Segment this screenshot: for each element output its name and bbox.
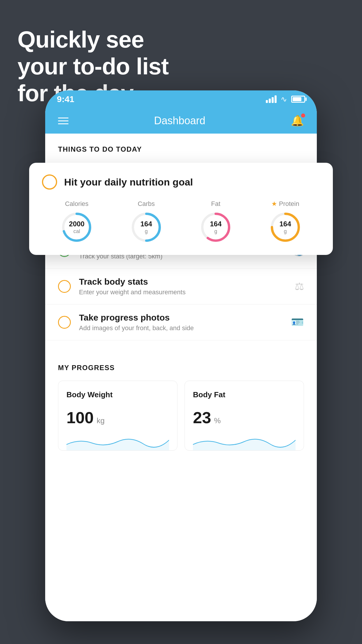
progress-unit: % <box>214 416 221 425</box>
progress-value: 100 <box>66 408 94 427</box>
progress-value-row: 23 % <box>193 408 296 427</box>
battery-icon <box>291 96 305 103</box>
donut-ring: 164 g <box>269 211 301 243</box>
stat-unit: g <box>140 228 152 235</box>
donut-ring: 2000 cal <box>61 211 93 243</box>
donut-label: 164 g <box>210 220 222 235</box>
donut-label: 164 g <box>140 220 152 235</box>
notification-badge <box>301 113 305 118</box>
todo-item[interactable]: Take progress photos Add images of your … <box>45 304 317 340</box>
nutrition-check-circle[interactable] <box>42 174 57 190</box>
progress-cards: Body Weight 100 kg Body Fat 23 % <box>58 381 304 451</box>
nutrition-stat-item: Carbs 164 g <box>130 200 162 243</box>
nav-bar: Dashboard 🔔 <box>45 108 317 134</box>
status-bar: 9:41 ∿ <box>45 90 317 108</box>
stat-value: 164 <box>210 220 222 228</box>
progress-section: MY PROGRESS Body Weight 100 kg Body Fat … <box>45 352 317 462</box>
todo-text: Track body stats Enter your weight and m… <box>79 277 289 296</box>
stat-value: 2000 <box>69 220 85 228</box>
todo-subtitle: Add images of your front, back, and side <box>79 324 285 332</box>
donut-ring: 164 g <box>130 211 162 243</box>
progress-card[interactable]: Body Weight 100 kg <box>58 381 178 451</box>
stat-value: 164 <box>280 220 291 228</box>
todo-action-icon: 🪪 <box>291 316 304 328</box>
progress-card-title: Body Fat <box>193 390 296 399</box>
progress-card[interactable]: Body Fat 23 % <box>184 381 304 451</box>
stat-label: Fat <box>211 200 220 208</box>
progress-value-row: 100 kg <box>66 408 169 427</box>
nutrition-card-title: Hit your daily nutrition goal <box>64 176 193 188</box>
todo-title: Take progress photos <box>79 313 285 323</box>
stat-unit: g <box>210 228 222 235</box>
menu-button[interactable] <box>58 118 68 124</box>
nutrition-card: Hit your daily nutrition goal Calories 2… <box>29 163 333 255</box>
donut-ring: 164 g <box>200 211 232 243</box>
progress-header: MY PROGRESS <box>58 364 304 372</box>
todo-item[interactable]: Track body stats Enter your weight and m… <box>45 269 317 304</box>
nav-title: Dashboard <box>154 115 205 127</box>
notification-button[interactable]: 🔔 <box>291 115 304 127</box>
nutrition-card-title-row: Hit your daily nutrition goal <box>42 174 320 190</box>
status-icons: ∿ <box>266 95 305 104</box>
stat-label: Carbs <box>138 200 155 208</box>
todo-text: Take progress photos Add images of your … <box>79 313 285 332</box>
todo-circle <box>58 316 71 329</box>
stat-unit: cal <box>69 228 85 235</box>
todo-subtitle: Enter your weight and measurements <box>79 288 289 296</box>
stat-value: 164 <box>140 220 152 228</box>
todo-title: Track body stats <box>79 277 289 287</box>
signal-icon <box>266 95 277 103</box>
nutrition-stat-item: Protein 164 g <box>269 200 301 243</box>
donut-label: 164 g <box>280 220 291 235</box>
stat-label: Calories <box>65 200 89 208</box>
nutrition-stats: Calories 2000 cal Carbs 164 g Fat <box>42 200 320 243</box>
things-today-header: THINGS TO DO TODAY <box>45 134 317 160</box>
progress-value: 23 <box>193 408 211 427</box>
progress-chart <box>66 433 169 450</box>
progress-card-title: Body Weight <box>66 390 169 399</box>
progress-unit: kg <box>96 416 104 425</box>
nutrition-stat-item: Calories 2000 cal <box>61 200 93 243</box>
donut-label: 2000 cal <box>69 220 85 235</box>
stat-label: Protein <box>271 200 299 208</box>
wifi-icon: ∿ <box>281 95 287 104</box>
stat-unit: g <box>280 228 291 235</box>
todo-circle <box>58 280 71 293</box>
progress-chart <box>193 433 296 450</box>
status-time: 9:41 <box>57 94 74 104</box>
todo-action-icon: ⚖ <box>295 280 304 293</box>
nutrition-stat-item: Fat 164 g <box>200 200 232 243</box>
